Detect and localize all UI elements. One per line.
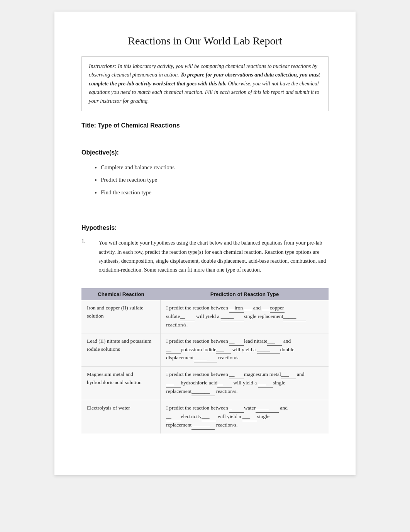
reaction-cell: Iron and copper (II) sulfate solution [81,300,161,333]
page-title: Reactions in Our World Lab Report [81,35,329,47]
list-item: Predict the reaction type [101,175,329,184]
table-row: Magnesium metal and hydrochloric acid so… [81,367,329,400]
table-row: Iron and copper (II) sulfate solution I … [81,300,329,333]
blank: _____ [221,313,244,321]
instructions-box: Instructions: In this laboratory activit… [81,56,329,111]
blank: ___ [166,379,181,388]
blank: _____ [194,354,217,362]
blank: __ [166,346,181,354]
blank: ___ [242,413,257,421]
blank: _ [229,404,244,413]
list-item: Complete and balance reactions [101,163,329,172]
title-section-heading: Title: Type of Chemical Reactions [81,122,329,129]
blank: copper [270,304,285,313]
list-item: Find the reaction type [101,188,329,197]
prediction-cell: I predict the reaction between _water___… [161,400,329,433]
objectives-list: Complete and balance reactions Predict t… [81,163,329,197]
blank: _____ [257,346,280,354]
reactions-table: Chemical Reaction Prediction of Reaction… [81,288,329,433]
blank: ___ [216,346,231,354]
objectives-section: Objective(s): Complete and balance react… [81,149,329,197]
table-row: Electrolysis of water I predict the reac… [81,400,329,433]
blank: __iron [229,304,244,313]
hypothesis-heading: Hypothesis: [81,224,329,231]
table-header-row: Chemical Reaction Prediction of Reaction… [81,288,329,300]
blank: _____ [283,313,306,321]
blank: __ [166,413,181,421]
title-section: Title: Type of Chemical Reactions [81,122,329,129]
blank: _______ [191,421,215,430]
blank: __ [229,337,244,346]
blank: ___ [267,337,282,346]
prediction-cell: I predict the reaction between __lead ni… [161,333,329,367]
blank: _______ [191,388,215,396]
reaction-cell: Magnesium metal and hydrochloric acid so… [81,367,161,400]
blank: ___ [202,413,216,421]
prediction-cell: I predict the reaction between __magnesi… [161,367,329,400]
blank: ___ [258,379,273,388]
hypothesis-intro: 1. You will complete your hypotheses usi… [81,238,329,282]
hypothesis-intro-text: You will complete your hypotheses using … [99,238,329,274]
table-row: Lead (II) nitrate and potassium iodide s… [81,333,329,367]
prediction-cell: I predict the reaction between __iron___… [161,300,329,333]
blank: ___ [281,371,296,379]
col-header-reaction: Chemical Reaction [81,288,161,300]
blank: __ [180,313,195,321]
hypothesis-section: Hypothesis: 1. You will complete your hy… [81,224,329,433]
blank: __ [217,379,232,388]
blank: _____ [256,404,279,413]
reaction-cell: Electrolysis of water [81,400,161,433]
hypothesis-number: 1. [81,238,86,282]
page: Reactions in Our World Lab Report Instru… [54,12,356,475]
objectives-heading: Objective(s): [81,149,329,156]
col-header-prediction: Prediction of Reaction Type [161,288,329,300]
blank: __ [229,371,244,379]
reaction-cell: Lead (II) nitrate and potassium iodide s… [81,333,161,367]
